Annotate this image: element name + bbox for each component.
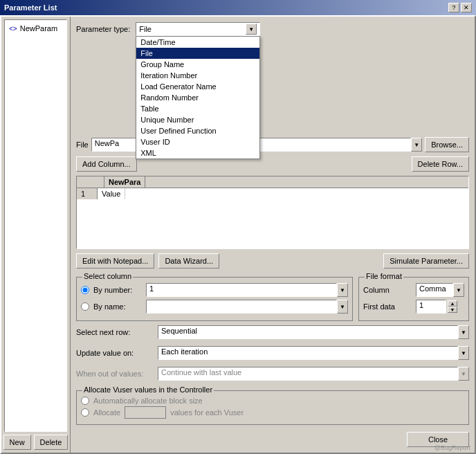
dropdown-item-xml[interactable]: XML	[136, 147, 259, 158]
dropdown-item-vuserid[interactable]: Vuser ID	[136, 136, 259, 147]
when-out-value: Continue with last value	[161, 368, 241, 376]
param-type-select[interactable]: File ▼	[136, 22, 260, 36]
when-out-arrow: ▼	[458, 367, 469, 381]
simulate-param-button[interactable]: Simulate Parameter...	[383, 253, 469, 269]
dropdown-item-userdefinedfn[interactable]: User Defined Function	[136, 125, 259, 136]
by-number-label: By number:	[93, 286, 142, 294]
dropdown-item-groupname[interactable]: Group Name	[136, 59, 259, 70]
when-out-label: When out of values:	[76, 370, 152, 378]
by-name-arrow[interactable]: ▼	[337, 300, 348, 314]
title-bar-text: Parameter List	[4, 3, 57, 12]
left-panel-buttons: New Delete	[4, 435, 67, 450]
update-value-input[interactable]: Each iteration	[158, 346, 458, 360]
spinner-down[interactable]: ▼	[448, 307, 457, 313]
table-col-data: NewPara	[104, 176, 145, 188]
left-panel: <> NewParam New Delete	[1, 17, 71, 453]
by-name-input-wrap: ▼	[146, 300, 348, 314]
by-number-arrow[interactable]: ▼	[337, 283, 348, 297]
column-format-input[interactable]: Comma	[416, 283, 453, 297]
new-button[interactable]: New	[3, 435, 31, 450]
right-panel: Parameter type: File ▼ Date/Time File Gr…	[71, 17, 475, 453]
vuser-section: Allocate Vuser values in the Controller …	[76, 390, 469, 425]
update-value-arrow[interactable]: ▼	[458, 346, 469, 360]
browse-button[interactable]: Browse...	[425, 137, 469, 152]
first-data-row: First data 1 ▲ ▼	[363, 300, 464, 314]
delete-button[interactable]: Delete	[34, 435, 68, 450]
select-next-row-arrow[interactable]: ▼	[458, 325, 469, 339]
first-data-spinner: ▲ ▼	[448, 300, 457, 313]
update-value-row: Update value on: Each iteration ▼	[76, 346, 469, 360]
select-next-row-combo: Sequential ▼	[158, 325, 469, 339]
allocate-label: Allocate	[93, 408, 120, 417]
auto-allocate-radio[interactable]	[81, 397, 89, 405]
by-name-radio[interactable]	[81, 302, 89, 311]
dropdown-item-datetime[interactable]: Date/Time	[136, 37, 259, 48]
allocate-suffix: values for each Vuser	[170, 408, 244, 417]
when-out-row: When out of values: Continue with last v…	[76, 367, 469, 381]
by-name-label: By name:	[93, 302, 142, 311]
by-number-value: 1	[149, 284, 154, 293]
file-format-legend: File format	[365, 272, 403, 280]
main-container: <> NewParam New Delete Parameter type: F…	[0, 15, 476, 454]
watermark: @BugReport	[434, 444, 470, 451]
add-column-button[interactable]: Add Column...	[76, 156, 137, 172]
data-wizard-button[interactable]: Data Wizard...	[158, 253, 219, 269]
first-data-label: First data	[363, 302, 412, 311]
allocate-input	[125, 406, 166, 419]
by-name-input[interactable]	[146, 300, 337, 314]
dropdown-item-randomnumber[interactable]: Random Number	[136, 92, 259, 103]
by-number-radio[interactable]	[81, 286, 89, 294]
column-format-input-wrap: Comma ▼	[416, 283, 464, 297]
dropdown-item-loadgenerator[interactable]: Load Generator Name	[136, 81, 259, 92]
table-cell-num: 1	[77, 188, 98, 199]
data-table: NewPara 1 Value	[76, 176, 469, 249]
select-next-row-value: Sequential	[161, 327, 197, 335]
title-bar: Parameter List ? ✕	[0, 0, 476, 15]
delete-row-button[interactable]: Delete Row...	[412, 156, 469, 172]
table-row[interactable]: 1 Value	[77, 188, 468, 199]
select-next-row-label: Select next row:	[76, 328, 152, 336]
file-format-group: File format Column Comma ▼ First data 1	[358, 277, 469, 321]
close-title-button[interactable]: ✕	[461, 3, 472, 12]
two-col-section: Select column By number: 1 ▼ By name:	[76, 273, 469, 321]
dropdown-item-iterationnumber[interactable]: Iteration Number	[136, 70, 259, 81]
by-number-input-wrap: 1 ▼	[146, 283, 348, 297]
table-header: NewPara	[77, 176, 468, 188]
first-data-input-wrap: 1 ▲ ▼	[416, 300, 457, 314]
dropdown-item-uniquenumber[interactable]: Unique Number	[136, 114, 259, 125]
auto-allocate-label: Automatically allocate block size	[93, 397, 203, 405]
dropdown-item-table[interactable]: Table	[136, 103, 259, 114]
when-out-combo: Continue with last value ▼	[158, 367, 469, 381]
param-type-list[interactable]: Date/Time File Group Name Iteration Numb…	[136, 36, 260, 159]
title-bar-buttons: ? ✕	[448, 3, 472, 12]
allocate-radio[interactable]	[81, 408, 89, 417]
when-out-input: Continue with last value	[158, 367, 458, 381]
tree-item-newparam[interactable]: <> NewParam	[8, 23, 64, 34]
by-number-input[interactable]: 1	[146, 283, 337, 297]
param-type-row: Parameter type: File ▼ Date/Time File Gr…	[76, 22, 469, 36]
by-number-row: By number: 1 ▼	[81, 283, 348, 297]
file-input-value: NewPa	[95, 139, 119, 147]
file-label: File	[76, 140, 89, 149]
close-area: Close	[76, 429, 469, 447]
tree-area: <> NewParam	[4, 19, 67, 432]
update-value-label: Update value on:	[76, 349, 152, 357]
column-btn-row: Add Column... Delete Row...	[76, 156, 469, 172]
select-column-legend: Select column	[82, 272, 133, 280]
vuser-legend: Allocate Vuser values in the Controller	[82, 385, 214, 394]
update-value-value: Each iteration	[161, 347, 208, 356]
param-type-arrow[interactable]: ▼	[246, 24, 257, 35]
column-format-arrow[interactable]: ▼	[453, 283, 464, 297]
column-format-value: Comma	[419, 284, 446, 293]
select-next-row-input[interactable]: Sequential	[158, 325, 458, 339]
param-type-value: File	[139, 25, 152, 33]
help-button[interactable]: ?	[448, 3, 459, 12]
first-data-input[interactable]: 1	[416, 300, 446, 314]
edit-notepad-button[interactable]: Edit with Notepad...	[76, 253, 154, 269]
dropdown-item-file[interactable]: File	[136, 48, 259, 59]
param-type-dropdown-container: File ▼ Date/Time File Group Name Iterati…	[136, 22, 260, 36]
spinner-up[interactable]: ▲	[448, 300, 457, 307]
select-next-row-row: Select next row: Sequential ▼	[76, 325, 469, 339]
file-input-arrow[interactable]: ▼	[411, 138, 422, 152]
bottom-btn-row: Edit with Notepad... Data Wizard... Simu…	[76, 253, 469, 269]
